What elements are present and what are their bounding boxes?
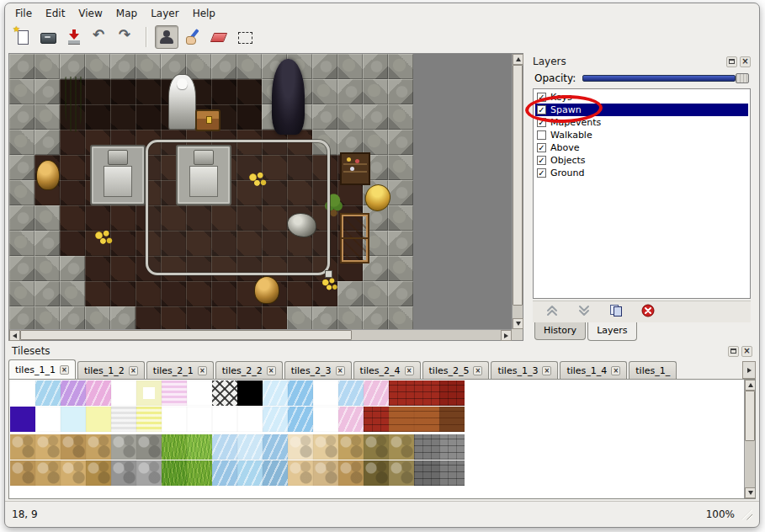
tileset-tile[interactable] bbox=[187, 434, 212, 460]
tileset-tile[interactable] bbox=[364, 434, 389, 460]
tileset-tab-tiles_1_3[interactable]: tiles_1_3 bbox=[491, 361, 558, 379]
close-tab-icon[interactable] bbox=[405, 366, 414, 375]
layer-duplicate-button[interactable] bbox=[607, 304, 625, 321]
tileset-tile[interactable] bbox=[61, 460, 86, 486]
tileset-tile[interactable] bbox=[263, 407, 288, 432]
tileset-tile[interactable] bbox=[414, 460, 439, 486]
tileset-tile[interactable] bbox=[187, 460, 212, 486]
tileset-tab-tiles_1_2[interactable]: tiles_1_2 bbox=[77, 361, 145, 379]
map-vertical-scrollbar[interactable] bbox=[512, 54, 523, 329]
tileset-tile[interactable] bbox=[313, 460, 338, 486]
tileset-tab-tiles_1_1[interactable]: tiles_1_1 bbox=[8, 359, 76, 379]
tileset-tile[interactable] bbox=[10, 460, 35, 486]
tileset-tab-tiles_2_4[interactable]: tiles_2_4 bbox=[353, 361, 421, 379]
layer-visibility-checkbox[interactable] bbox=[537, 105, 546, 114]
tileset-tile[interactable] bbox=[237, 460, 263, 486]
tileset-tile[interactable] bbox=[187, 407, 212, 432]
scroll-down-button[interactable] bbox=[745, 487, 756, 498]
tileset-tile[interactable] bbox=[364, 407, 389, 432]
tileset-tile[interactable] bbox=[389, 460, 414, 486]
tileset-tile[interactable] bbox=[313, 434, 338, 460]
stamp-button[interactable] bbox=[155, 25, 178, 49]
undo-button[interactable] bbox=[88, 25, 112, 49]
tileset-tile[interactable] bbox=[61, 380, 86, 406]
tileset-tile[interactable] bbox=[212, 460, 237, 486]
tileset-tile[interactable] bbox=[86, 380, 111, 406]
tileset-tab-tiles_2_2[interactable]: tiles_2_2 bbox=[215, 361, 283, 379]
tileset-tile[interactable] bbox=[237, 407, 263, 432]
float-panel-icon[interactable] bbox=[726, 56, 737, 67]
tileset-tile[interactable] bbox=[10, 380, 35, 406]
tab-scroll-right-button[interactable] bbox=[742, 361, 756, 379]
opacity-slider-track[interactable] bbox=[582, 75, 736, 82]
tileset-tile[interactable] bbox=[288, 460, 313, 486]
tileset-tile[interactable] bbox=[364, 460, 389, 486]
tileset-tile[interactable] bbox=[162, 407, 187, 432]
menu-file[interactable]: File bbox=[8, 6, 39, 21]
tileset-tile[interactable] bbox=[136, 407, 162, 432]
tileset-tile[interactable] bbox=[86, 434, 111, 460]
tileset-tile[interactable] bbox=[237, 434, 263, 460]
close-tab-icon[interactable] bbox=[473, 366, 482, 375]
tileset-tile[interactable] bbox=[439, 407, 465, 432]
layer-visibility-checkbox[interactable] bbox=[537, 93, 546, 102]
tileset-tile[interactable] bbox=[439, 380, 465, 406]
layer-row-walkable[interactable]: Walkable bbox=[535, 129, 748, 141]
menu-help[interactable]: Help bbox=[186, 6, 222, 21]
menu-edit[interactable]: Edit bbox=[39, 6, 72, 21]
menu-layer[interactable]: Layer bbox=[144, 6, 185, 21]
scroll-right-button[interactable] bbox=[501, 330, 512, 341]
tileset-tile[interactable] bbox=[288, 407, 313, 432]
tileset-tile[interactable] bbox=[237, 380, 263, 406]
new-button[interactable] bbox=[10, 25, 34, 49]
tileset-tile[interactable] bbox=[111, 380, 136, 406]
layer-visibility-checkbox[interactable] bbox=[537, 143, 546, 152]
close-tab-icon[interactable] bbox=[336, 366, 345, 375]
map-vscroll-thumb[interactable] bbox=[513, 65, 523, 306]
menu-map[interactable]: Map bbox=[109, 6, 144, 21]
layer-row-above[interactable]: Above bbox=[535, 141, 748, 154]
tileset-vscroll-thumb[interactable] bbox=[745, 391, 755, 441]
tileset-tile[interactable] bbox=[414, 434, 439, 460]
close-tab-icon[interactable] bbox=[129, 366, 138, 375]
layer-visibility-checkbox[interactable] bbox=[537, 156, 546, 165]
tileset-tile[interactable] bbox=[338, 380, 364, 406]
tileset-tile[interactable] bbox=[35, 460, 61, 486]
close-panel-icon[interactable] bbox=[741, 346, 752, 357]
tileset-tile[interactable] bbox=[212, 407, 237, 432]
layer-row-objects[interactable]: Objects bbox=[535, 154, 748, 167]
tileset-tile[interactable] bbox=[35, 434, 61, 460]
tileset-tile[interactable] bbox=[338, 407, 364, 432]
tileset-tile[interactable] bbox=[439, 434, 465, 460]
tileset-tile[interactable] bbox=[288, 434, 313, 460]
tileset-tile[interactable] bbox=[263, 380, 288, 406]
opacity-slider-handle[interactable] bbox=[736, 73, 749, 83]
open-button[interactable] bbox=[36, 25, 60, 49]
tab-layers[interactable]: Layers bbox=[587, 322, 636, 341]
tileset-tile[interactable] bbox=[338, 460, 364, 486]
tileset-tile[interactable] bbox=[10, 407, 35, 432]
fill-button[interactable] bbox=[181, 25, 205, 49]
select-button[interactable] bbox=[233, 25, 257, 49]
map-hscroll-thumb[interactable] bbox=[20, 330, 352, 340]
tileset-tab-tiles_2_5[interactable]: tiles_2_5 bbox=[422, 361, 490, 379]
tileset-vertical-scrollbar[interactable] bbox=[744, 380, 755, 498]
tileset-tile[interactable] bbox=[364, 380, 389, 406]
scroll-left-button[interactable] bbox=[9, 330, 20, 341]
tileset-tile[interactable] bbox=[187, 380, 212, 406]
tileset-tile[interactable] bbox=[35, 380, 61, 406]
layer-row-mapevents[interactable]: Mapevents bbox=[535, 116, 748, 129]
tileset-tile[interactable] bbox=[111, 407, 136, 432]
tileset-tile[interactable] bbox=[162, 380, 187, 406]
tileset-tile[interactable] bbox=[389, 434, 414, 460]
tileset-tile[interactable] bbox=[439, 460, 465, 486]
float-panel-icon[interactable] bbox=[728, 346, 739, 357]
menu-view[interactable]: View bbox=[72, 6, 109, 21]
tileset-tile[interactable] bbox=[288, 380, 313, 406]
tileset-tile[interactable] bbox=[414, 380, 439, 406]
tileset-tile[interactable] bbox=[136, 460, 162, 486]
scroll-up-button[interactable] bbox=[513, 54, 523, 65]
map-vscroll-track[interactable] bbox=[513, 65, 523, 318]
tileset-tile[interactable] bbox=[111, 434, 136, 460]
tileset-tile[interactable] bbox=[162, 460, 187, 486]
